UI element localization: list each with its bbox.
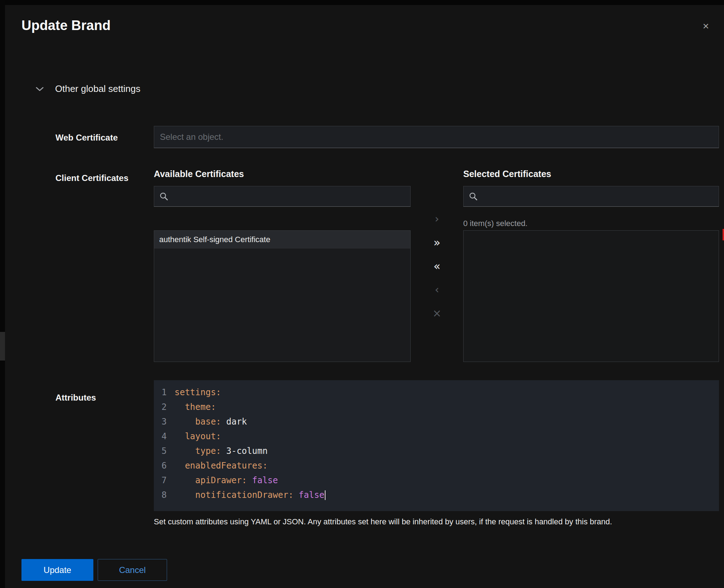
code-line[interactable]: layout: — [175, 429, 719, 444]
update-brand-drawer: Update Brand × Other global settings Web… — [5, 5, 724, 588]
screen: › › › › › › › Update Brand × Other globa… — [0, 0, 724, 588]
selected-certificates-status: 0 item(s) selected. — [463, 219, 528, 228]
selected-certificates-list[interactable] — [463, 230, 719, 362]
edge-accent — [723, 229, 724, 240]
web-certificate-select[interactable] — [154, 126, 719, 148]
text-cursor — [325, 490, 326, 500]
line-number: 4 — [154, 429, 167, 444]
chevron-right-icon: › — [0, 212, 5, 218]
certificate-list-item[interactable]: authentik Self-signed Certificate — [154, 231, 410, 249]
available-certificates-header: Available Certificates — [154, 169, 244, 179]
client-certificates-label: Client Certificates — [55, 173, 128, 183]
line-number: 3 — [154, 415, 167, 429]
web-certificate-label: Web Certificate — [55, 133, 118, 143]
line-number: 7 — [154, 473, 167, 488]
selected-certificates-search-input[interactable] — [478, 186, 719, 206]
cancel-button[interactable]: Cancel — [98, 559, 167, 581]
page-title: Update Brand — [21, 18, 111, 33]
code-line[interactable]: settings: — [175, 385, 719, 400]
line-number: 8 — [154, 488, 167, 503]
chevron-right-icon: › — [0, 266, 5, 272]
line-number: 5 — [154, 444, 167, 459]
chevron-down-icon — [36, 87, 44, 92]
add-selected-button[interactable]: › — [426, 211, 448, 227]
code-line[interactable]: base: dark — [175, 415, 719, 429]
chevron-right-icon: › — [0, 185, 5, 191]
available-certificates-list[interactable]: authentik Self-signed Certificate — [154, 230, 411, 362]
code-gutter: 12345678 — [154, 380, 170, 511]
close-button[interactable]: × — [700, 19, 711, 34]
active-nav-item-edge — [0, 332, 5, 361]
available-certificates-search[interactable] — [154, 186, 411, 207]
line-number: 2 — [154, 400, 167, 415]
attributes-help-text: Set custom attributes using YAML or JSON… — [154, 517, 719, 526]
line-number: 1 — [154, 385, 167, 400]
close-icon: × — [703, 20, 709, 32]
search-icon — [469, 192, 478, 201]
attributes-label: Attributes — [55, 393, 96, 403]
code-line[interactable]: type: 3-column — [175, 444, 719, 459]
selected-certificates-header: Selected Certificates — [463, 169, 551, 179]
chevron-right-icon: › — [0, 450, 5, 456]
background-sidebar-edge: › › › › › › › — [0, 0, 5, 588]
update-button[interactable]: Update — [21, 559, 93, 581]
code-line[interactable]: notificationDrawer: false — [175, 488, 719, 503]
search-icon — [159, 192, 168, 201]
remove-all-button[interactable]: « — [426, 258, 448, 274]
selected-certificates-search[interactable] — [463, 186, 719, 207]
add-all-button[interactable]: » — [426, 235, 448, 250]
available-certificates-search-input[interactable] — [168, 186, 410, 206]
transfer-controls: ›»«‹× — [426, 211, 448, 329]
chevron-right-icon: › — [0, 239, 5, 245]
attributes-code-editor[interactable]: 12345678 settings: theme: base: dark lay… — [154, 380, 719, 511]
code-lines: settings: theme: base: dark layout: type… — [170, 380, 719, 511]
line-number: 6 — [154, 459, 167, 473]
section-toggle-label: Other global settings — [55, 83, 140, 94]
code-line[interactable]: enabledFeatures: — [175, 459, 719, 473]
code-line[interactable]: apiDrawer: false — [175, 473, 719, 488]
chevron-right-icon: › — [0, 57, 5, 63]
remove-selected-button[interactable]: ‹ — [426, 282, 448, 298]
clear-selection-button[interactable]: × — [426, 305, 448, 321]
section-toggle-other-global-settings[interactable]: Other global settings — [36, 83, 140, 94]
code-line[interactable]: theme: — [175, 400, 719, 415]
chevron-right-icon: › — [0, 305, 5, 311]
